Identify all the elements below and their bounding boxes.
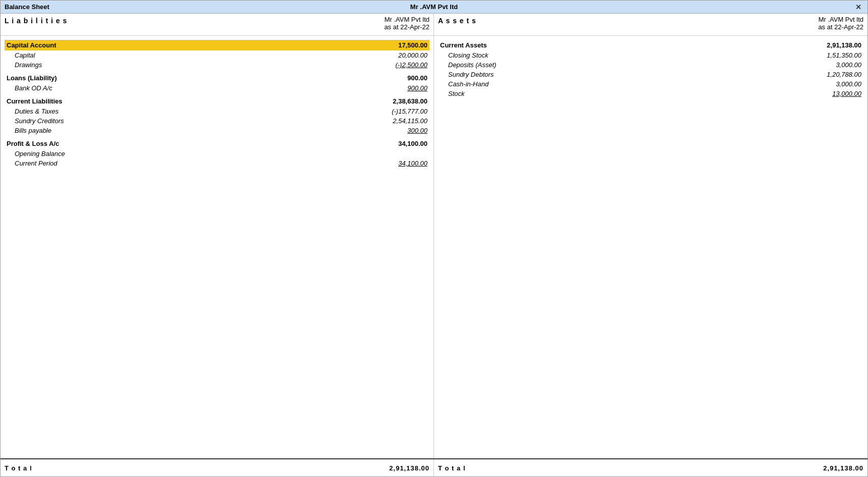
cash-in-hand-value: 3,000.00	[801, 80, 861, 88]
closing-stock-label: Closing Stock	[448, 51, 801, 59]
assets-company-info: Mr .AVM Pvt ltd as at 22-Apr-22	[818, 16, 863, 31]
bank-od-value: 900.00	[367, 84, 427, 92]
sundry-creditors-value: 2,54,115.00	[367, 117, 427, 125]
current-liabilities-header[interactable]: Current Liabilities 2,38,638.00	[5, 96, 429, 107]
capital-account-total: 17,500.00	[398, 41, 427, 49]
current-period-item[interactable]: Current Period 34,100.00	[5, 158, 429, 168]
bills-payable-value: 300.00	[367, 127, 427, 134]
cash-in-hand-label: Cash-in-Hand	[448, 80, 801, 88]
profit-loss-header[interactable]: Profit & Loss A/c 34,100.00	[5, 138, 429, 149]
drawings-label: Drawings	[15, 61, 367, 69]
window-title: Balance Sheet	[5, 3, 49, 11]
liabilities-header: L i a b i l i t i e s Mr .AVM Pvt ltd as…	[1, 14, 434, 35]
current-assets-header[interactable]: Current Assets 2,91,138.00	[438, 40, 863, 50]
liabilities-total-value: 2,91,138.00	[389, 464, 429, 472]
drawings-item[interactable]: Drawings (-)2,500.00	[5, 60, 429, 70]
cash-in-hand-item[interactable]: Cash-in-Hand 3,000.00	[438, 79, 863, 89]
duties-taxes-label: Duties & Taxes	[15, 108, 367, 115]
assets-total-value: 2,91,138.00	[823, 464, 863, 472]
bills-payable-label: Bills payable	[15, 127, 367, 134]
content-area: Capital Account 17,500.00 Capital 20,000…	[1, 36, 867, 458]
loans-header[interactable]: Loans (Liability) 900.00	[5, 73, 429, 83]
opening-balance-label: Opening Balance	[15, 150, 367, 157]
assets-total-label: T o t a l	[438, 464, 466, 472]
assets-section: Current Assets 2,91,138.00 Closing Stock…	[434, 36, 867, 99]
bank-od-label: Bank OD A/c	[15, 84, 367, 92]
current-assets-label: Current Assets	[440, 41, 487, 49]
liabilities-total-footer: T o t a l 2,91,138.00	[1, 459, 434, 476]
sundry-debtors-value: 1,20,788.00	[801, 71, 861, 78]
deposits-asset-item[interactable]: Deposits (Asset) 3,000.00	[438, 60, 863, 70]
liabilities-company-name: Mr .AVM Pvt ltd	[384, 16, 429, 23]
current-liabilities-label: Current Liabilities	[7, 97, 63, 105]
loans-label: Loans (Liability)	[7, 74, 57, 82]
duties-taxes-value: (-)15,777.00	[367, 108, 427, 115]
profit-loss-label: Profit & Loss A/c	[7, 140, 59, 147]
capital-account-header[interactable]: Capital Account 17,500.00	[5, 40, 429, 50]
sundry-debtors-item[interactable]: Sundry Debtors 1,20,788.00	[438, 70, 863, 79]
bank-od-item[interactable]: Bank OD A/c 900.00	[5, 83, 429, 93]
liabilities-as-at: as at 22-Apr-22	[384, 23, 429, 31]
current-period-value: 34,100.00	[367, 160, 427, 167]
current-period-label: Current Period	[15, 160, 367, 167]
footer-row: T o t a l 2,91,138.00 T o t a l 2,91,138…	[1, 458, 867, 476]
title-bar: Balance Sheet Mr .AVM Pvt ltd ✕	[1, 1, 867, 14]
assets-panel: Current Assets 2,91,138.00 Closing Stock…	[434, 36, 867, 458]
close-button[interactable]: ✕	[853, 2, 863, 12]
liabilities-panel: Capital Account 17,500.00 Capital 20,000…	[1, 36, 434, 458]
sundry-creditors-label: Sundry Creditors	[15, 117, 367, 125]
assets-company-name: Mr .AVM Pvt ltd	[818, 16, 863, 23]
current-assets-total: 2,91,138.00	[827, 41, 861, 49]
assets-total-footer: T o t a l 2,91,138.00	[434, 459, 867, 476]
balance-sheet-window: Balance Sheet Mr .AVM Pvt ltd ✕ L i a b …	[0, 0, 868, 477]
capital-value: 20,000.00	[367, 51, 427, 59]
liabilities-section: Capital Account 17,500.00 Capital 20,000…	[1, 36, 433, 169]
closing-stock-item[interactable]: Closing Stock 1,51,350.00	[438, 50, 863, 60]
stock-value: 13,000.00	[801, 90, 861, 97]
sundry-debtors-label: Sundry Debtors	[448, 71, 801, 78]
capital-item[interactable]: Capital 20,000.00	[5, 50, 429, 60]
liabilities-label: L i a b i l i t i e s	[5, 16, 67, 25]
duties-taxes-item[interactable]: Duties & Taxes (-)15,777.00	[5, 107, 429, 116]
drawings-value: (-)2,500.00	[367, 61, 427, 69]
capital-account-label: Capital Account	[7, 41, 56, 49]
profit-loss-total: 34,100.00	[398, 140, 427, 147]
assets-header: A s s e t s Mr .AVM Pvt ltd as at 22-Apr…	[434, 14, 867, 35]
app-title: Mr .AVM Pvt ltd	[410, 3, 458, 11]
assets-label: A s s e t s	[438, 16, 476, 25]
current-liabilities-total: 2,38,638.00	[393, 97, 427, 105]
sundry-creditors-item[interactable]: Sundry Creditors 2,54,115.00	[5, 116, 429, 126]
opening-balance-item[interactable]: Opening Balance	[5, 149, 429, 158]
stock-label: Stock	[448, 90, 801, 97]
opening-balance-value	[367, 150, 427, 157]
liabilities-total-label: T o t a l	[5, 464, 32, 472]
stock-item[interactable]: Stock 13,000.00	[438, 89, 863, 98]
column-headers: L i a b i l i t i e s Mr .AVM Pvt ltd as…	[1, 14, 867, 36]
capital-label: Capital	[15, 51, 367, 59]
deposits-asset-value: 3,000.00	[801, 61, 861, 69]
deposits-asset-label: Deposits (Asset)	[448, 61, 801, 69]
loans-total: 900.00	[407, 74, 427, 82]
assets-as-at: as at 22-Apr-22	[818, 23, 863, 31]
closing-stock-value: 1,51,350.00	[801, 51, 861, 59]
bills-payable-item[interactable]: Bills payable 300.00	[5, 126, 429, 135]
liabilities-company-info: Mr .AVM Pvt ltd as at 22-Apr-22	[384, 16, 429, 31]
